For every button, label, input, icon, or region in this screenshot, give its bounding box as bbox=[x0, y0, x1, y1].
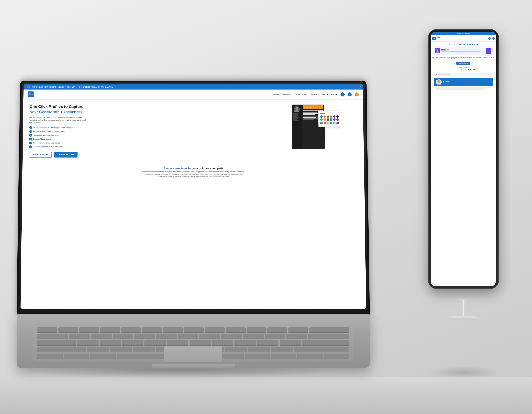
key bbox=[79, 327, 99, 332]
key bbox=[243, 334, 263, 339]
touchpad[interactable] bbox=[164, 346, 222, 363]
key bbox=[271, 354, 296, 358]
color-dot-green[interactable] bbox=[330, 115, 332, 118]
color-dot-purple[interactable] bbox=[333, 115, 336, 118]
feature-item-4: ✓ Drag and Drop feature bbox=[29, 138, 284, 141]
color-panel[interactable]: COLOR ↗ bbox=[318, 111, 341, 127]
notification-bar[interactable]: Refer friends and earn coins for yoursel… bbox=[24, 84, 363, 90]
nav-resume[interactable]: Resume ▾ bbox=[282, 93, 292, 96]
color-dot-brown[interactable] bbox=[336, 118, 339, 121]
key bbox=[38, 354, 63, 358]
phone-person-header: Declan Henry Software Engineer bbox=[434, 78, 493, 87]
color-dot-teal[interactable] bbox=[320, 118, 323, 121]
person-line bbox=[436, 92, 480, 92]
phone-logo-icon: AI bbox=[432, 37, 436, 40]
key bbox=[77, 340, 98, 346]
color-dot-indigo[interactable] bbox=[333, 118, 336, 121]
color-dot-bluegrey[interactable] bbox=[320, 122, 323, 125]
phone-bezel: Start with AI PRO RESUME AI AI PRO RESUM… bbox=[428, 29, 499, 289]
person-line bbox=[436, 88, 483, 89]
user-icon[interactable]: 👤 bbox=[341, 93, 345, 96]
color-dot-dark[interactable] bbox=[336, 115, 339, 118]
key bbox=[64, 354, 89, 358]
phone-logo-text: AI PRO RESUME bbox=[437, 37, 442, 40]
resume-name-bar: JOHN DOE bbox=[303, 105, 323, 109]
color-dot-orange[interactable] bbox=[323, 115, 326, 118]
hero-right: JOHN DOE bbox=[288, 105, 358, 158]
cart-icon[interactable]: 🛒 bbox=[348, 93, 352, 96]
key bbox=[110, 347, 132, 352]
brand-google: Google bbox=[448, 69, 453, 70]
key bbox=[308, 334, 349, 339]
feature-item-1: ✓ Professional and Modern templates of C… bbox=[29, 126, 284, 129]
check-icon-3: ✓ bbox=[29, 134, 32, 137]
key bbox=[122, 340, 143, 346]
key bbox=[163, 327, 183, 332]
phone-nav-icons: 🛒 ≡ bbox=[488, 37, 494, 40]
nav-blogs[interactable]: Blogs ▾ bbox=[322, 93, 328, 96]
color-dot-pink[interactable] bbox=[327, 118, 329, 121]
color-dot-deeporange[interactable] bbox=[323, 122, 326, 125]
site-hero: One-Click Profiles to Capture Next-Gener… bbox=[23, 100, 364, 163]
key bbox=[302, 340, 349, 346]
phone-person-lines bbox=[436, 87, 491, 92]
color-dot-lime[interactable] bbox=[327, 122, 329, 125]
color-dot-red[interactable] bbox=[327, 115, 329, 118]
aleena-info: ALEENA JOHNY HR Manager bbox=[441, 49, 485, 53]
coin-icon[interactable]: 🌙 bbox=[355, 93, 359, 96]
phone-hero: Your Easy Resume Template for Success AL… bbox=[431, 42, 496, 95]
nav-cover-letter[interactable]: Cover Letter ▾ bbox=[295, 93, 308, 96]
resume-sidebar-lines bbox=[293, 113, 301, 121]
nav-services[interactable]: Services bbox=[311, 93, 319, 96]
key bbox=[288, 327, 308, 332]
key bbox=[69, 334, 90, 339]
close-icon[interactable]: × bbox=[360, 86, 361, 88]
logo-text-line1: AI PRO bbox=[28, 93, 30, 96]
key bbox=[212, 340, 233, 346]
key bbox=[200, 334, 220, 339]
hero-subtitle: Next-Generation Excellence| bbox=[29, 110, 284, 114]
check-icon-4: ✓ bbox=[29, 138, 32, 141]
templates-section: Resume templates for your unique career … bbox=[22, 163, 364, 181]
phone-section-text: Our resume templates are meticulously cr… bbox=[432, 56, 494, 60]
person-line bbox=[436, 90, 475, 90]
color-dot-lightgreen[interactable] bbox=[333, 122, 336, 125]
hero-description: Our AI-powered resume Pro tool eliminate… bbox=[29, 116, 87, 124]
phone-menu-icon[interactable]: ≡ bbox=[492, 37, 494, 40]
color-dot-deeppurple[interactable] bbox=[336, 122, 339, 125]
aleena-photo-col bbox=[486, 48, 492, 54]
key bbox=[58, 327, 78, 332]
check-icon-2: ✓ bbox=[29, 130, 32, 133]
create-resume-button[interactable]: CREATE RESUME bbox=[54, 152, 77, 158]
phone-search-bar[interactable]: 🔍 Search resume templates... bbox=[434, 73, 493, 76]
import-resume-button[interactable]: IMPORT RESUME bbox=[29, 152, 52, 158]
laptop-base bbox=[152, 364, 235, 368]
key bbox=[324, 354, 349, 358]
phone-stand bbox=[445, 299, 482, 320]
laptop-screen: Refer friends and earn coins for yoursel… bbox=[20, 84, 366, 309]
color-dot-amber[interactable] bbox=[323, 118, 326, 121]
logo-icon: AI PRO RESUME bbox=[28, 91, 34, 97]
logo-text-line2: RESUME bbox=[30, 94, 34, 95]
key bbox=[297, 354, 323, 358]
color-dot-blue[interactable] bbox=[320, 115, 323, 118]
key bbox=[294, 347, 349, 352]
color-dot-lightblue[interactable] bbox=[330, 122, 332, 125]
feature-item-5: ✓ Win coins by referring your friends bbox=[29, 142, 284, 144]
hero-left: One-Click Profiles to Capture Next-Gener… bbox=[29, 105, 284, 158]
aleena-lines bbox=[441, 51, 485, 53]
aleena-avatar bbox=[435, 48, 440, 53]
site-nav-links: Tools ▾ Resume ▾ Cover Letter ▾ Services… bbox=[273, 93, 359, 96]
key bbox=[100, 340, 121, 346]
phone-nav: AI AI PRO RESUME 🛒 ≡ bbox=[431, 35, 496, 42]
key bbox=[178, 334, 199, 339]
site-logo[interactable]: AI PRO RESUME bbox=[28, 91, 34, 97]
phone-cart-icon[interactable]: 🛒 bbox=[488, 37, 491, 40]
phone-brand-logos: Google amazon Microsoft FedEx Walmart bbox=[432, 69, 494, 70]
phone-upload-btn[interactable]: Upload Resume bbox=[456, 61, 470, 65]
nav-pricing[interactable]: Pricing bbox=[331, 93, 337, 96]
nav-tools[interactable]: Tools ▾ bbox=[273, 93, 279, 96]
color-dot-teal2[interactable] bbox=[330, 118, 332, 121]
phone-person-info: Declan Henry Software Engineer bbox=[443, 81, 451, 84]
resume-sidebar bbox=[292, 105, 302, 149]
